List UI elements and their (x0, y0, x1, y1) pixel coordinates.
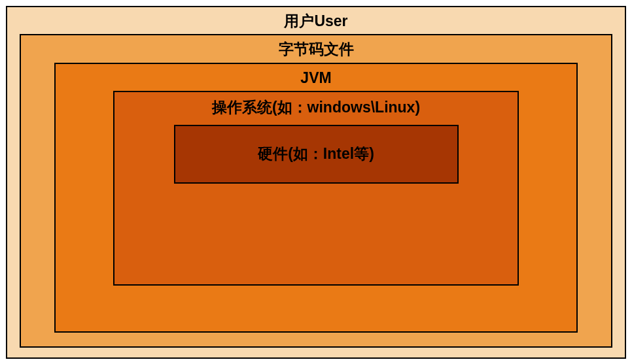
layer-user: 用户User 字节码文件 JVM 操作系统(如：windows\Linux) 硬… (6, 6, 626, 359)
layer-jvm: JVM 操作系统(如：windows\Linux) 硬件(如：Intel等) (54, 63, 578, 333)
layer-hardware: 硬件(如：Intel等) (174, 125, 459, 184)
layer-user-label: 用户User (284, 7, 347, 35)
layer-jvm-label: JVM (300, 64, 331, 91)
layer-os-label: 操作系统(如：windows\Linux) (212, 92, 420, 125)
layer-bytecode-label: 字节码文件 (279, 35, 354, 63)
layer-bytecode: 字节码文件 JVM 操作系统(如：windows\Linux) 硬件(如：Int… (20, 34, 612, 348)
layer-os: 操作系统(如：windows\Linux) 硬件(如：Intel等) (113, 91, 519, 285)
layer-hardware-label: 硬件(如：Intel等) (258, 145, 374, 163)
